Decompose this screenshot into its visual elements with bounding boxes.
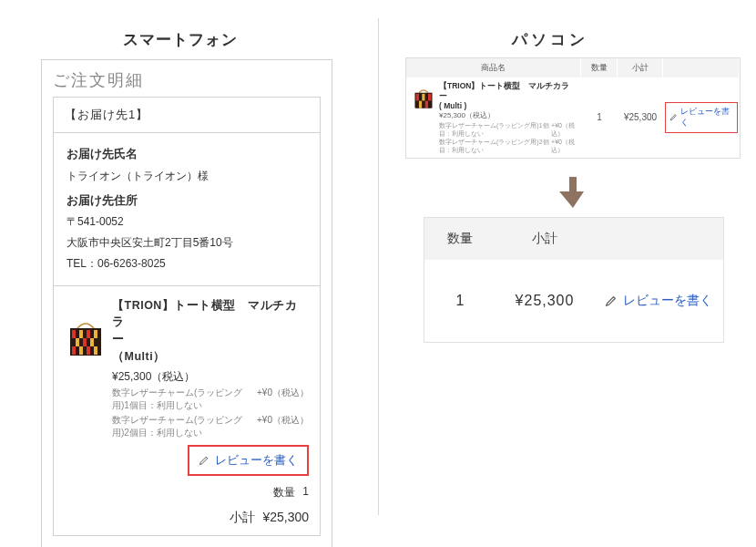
destination-header: 【お届け先1】	[54, 98, 320, 133]
svg-rect-17	[79, 346, 83, 355]
recipient-name-label: お届け先氏名	[66, 144, 307, 166]
svg-rect-30	[422, 101, 424, 108]
product-image	[65, 317, 107, 526]
pencil-icon	[605, 294, 618, 307]
write-review-label: レビューを書く	[680, 107, 733, 129]
svg-rect-23	[416, 94, 419, 101]
table-row: 【TRION】トート横型 マルチカラー ( Multi ) ¥25,300（税込…	[406, 77, 740, 158]
svg-rect-18	[83, 346, 87, 355]
svg-rect-21	[94, 346, 97, 355]
recipient-name-value: トライオン（トライオン）様	[66, 166, 307, 187]
svg-rect-24	[419, 94, 422, 101]
svg-rect-4	[83, 330, 87, 338]
subtotal-line: 小計¥25,300	[112, 510, 309, 526]
svg-rect-27	[428, 94, 431, 101]
product-color: ( Multi )	[439, 101, 577, 111]
column-title-smartphone: スマートフォン	[123, 29, 238, 50]
write-review-label: レビューを書く	[623, 293, 712, 309]
svg-rect-9	[76, 338, 79, 346]
write-review-button[interactable]: レビューを書く	[665, 102, 738, 133]
table-header: 数量 小計	[424, 218, 723, 260]
pc-order-detail: 数量 小計 1 ¥25,300 レビューを書く	[424, 217, 724, 343]
qty-cell: 1	[424, 260, 495, 342]
destination-info: お届け先氏名 トライオン（トライオン）様 お届け先住所 〒541-0052 大阪…	[54, 133, 320, 286]
svg-rect-13	[90, 338, 94, 346]
arrow-down-icon	[559, 177, 587, 208]
svg-rect-32	[428, 101, 431, 108]
svg-rect-6	[90, 330, 94, 338]
option-row: 数字レザーチャーム(ラッピング用)2個目：利用しない+¥0（税込）	[112, 414, 309, 439]
write-review-label: レビューを書く	[215, 452, 298, 469]
table-header: 商品名 数量 小計	[406, 58, 740, 77]
pencil-icon	[199, 455, 209, 466]
column-title-pc: パソコン	[512, 29, 588, 50]
option-row: 数字レザーチャーム(ラッピング用)1個目：利用しない+¥0（税込）	[112, 387, 309, 412]
svg-rect-16	[76, 346, 79, 355]
table-row: 1 ¥25,300 レビューを書く	[424, 260, 723, 342]
svg-rect-8	[72, 338, 76, 346]
svg-rect-12	[87, 338, 90, 346]
recipient-tel: TEL：06-6263-8025	[66, 253, 307, 274]
svg-rect-31	[425, 101, 428, 108]
svg-rect-2	[76, 330, 79, 338]
svg-rect-3	[79, 330, 83, 338]
subtotal-cell: ¥25,300	[495, 260, 594, 342]
product-image	[412, 87, 435, 154]
write-review-button[interactable]: レビューを書く	[188, 445, 309, 476]
svg-rect-5	[87, 330, 90, 338]
svg-rect-15	[72, 346, 76, 355]
svg-rect-11	[83, 338, 87, 346]
subtotal-cell: ¥25,300	[618, 112, 663, 122]
svg-rect-1	[72, 330, 76, 338]
panel-title: ご注文明細	[53, 69, 321, 91]
product-name: 【TRION】トート横型 マルチカラー	[112, 297, 309, 348]
svg-rect-28	[416, 101, 419, 108]
svg-rect-25	[422, 94, 424, 101]
option-row: 数字レザーチャーム(ラッピング用)1個目：利用しない+¥0（税込）	[439, 121, 577, 138]
recipient-zip: 〒541-0052	[66, 212, 307, 232]
product-name: 【TRION】トート横型 マルチカラー	[439, 81, 577, 101]
svg-rect-10	[79, 338, 83, 346]
pencil-icon	[669, 113, 678, 121]
svg-rect-14	[94, 338, 97, 346]
write-review-button[interactable]: レビューを書く	[594, 260, 723, 342]
smartphone-panel: ご注文明細 【お届け先1】 お届け先氏名 トライオン（トライオン）様 お届け先住…	[41, 59, 332, 547]
pc-order-table: 商品名 数量 小計 【TRION】トート横型 マルチカラー ( Multi ) …	[405, 57, 741, 159]
svg-rect-29	[419, 101, 422, 108]
option-row: 数字レザーチャーム(ラッピング用)2個目：利用しない+¥0（税込）	[439, 138, 577, 154]
product-price: ¥25,300（税込）	[439, 111, 577, 120]
svg-rect-20	[90, 346, 94, 355]
svg-rect-7	[94, 330, 97, 338]
svg-rect-19	[87, 346, 90, 355]
recipient-addr: 大阪市中央区安土町2丁目5番10号	[66, 232, 307, 253]
qty-cell: 1	[581, 112, 618, 122]
product-price: ¥25,300（税込）	[112, 369, 309, 385]
divider	[378, 18, 379, 515]
recipient-addr-label: お届け先住所	[66, 191, 307, 212]
product-color: （Multi）	[112, 348, 309, 366]
qty-line: 数量1	[112, 485, 309, 501]
product-section: 【TRION】トート横型 マルチカラー （Multi） ¥25,300（税込） …	[54, 286, 320, 535]
order-box: 【お届け先1】 お届け先氏名 トライオン（トライオン）様 お届け先住所 〒541…	[53, 97, 321, 536]
svg-rect-26	[425, 94, 428, 101]
